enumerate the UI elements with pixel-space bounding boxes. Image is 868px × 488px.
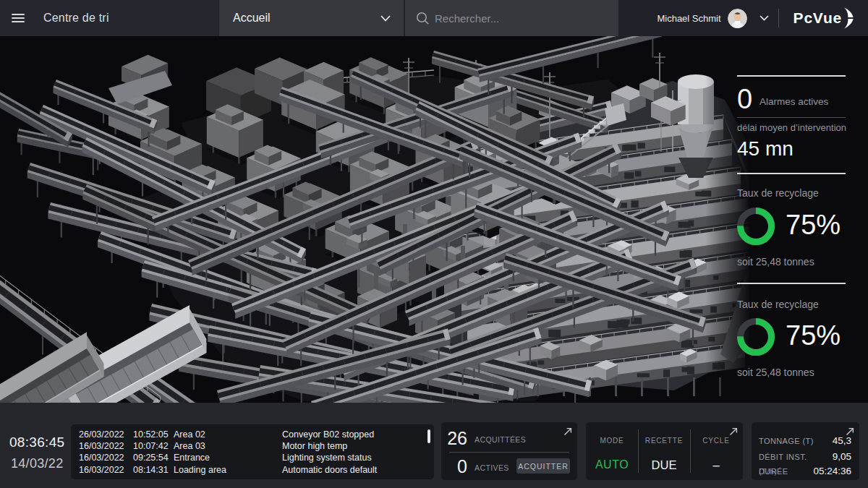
cycle-column: CYCLE –: [690, 422, 742, 480]
menu-icon[interactable]: [12, 14, 25, 22]
nav-dropdown[interactable]: Accueil: [219, 0, 404, 36]
bottombar: 08:36:45 14/03/22 26/03/2022 10:52:05 Ar…: [0, 403, 868, 488]
alarm-row[interactable]: 16/03/2022 08:14:31 Loading area Automat…: [71, 463, 434, 475]
mode-value: AUTO: [586, 458, 638, 471]
nav-selected-label: Accueil: [233, 12, 271, 25]
ack-divider: [449, 452, 569, 453]
pcvue-logo: PcVue: [793, 7, 854, 29]
acquitted-label: ACQUITTÉES: [475, 435, 526, 444]
cycle-value: –: [690, 458, 742, 472]
pcvue-dashboard: Centre de tri Accueil Michael Schmit: [0, 0, 868, 488]
pcvue-logo-mark: [843, 7, 854, 29]
recette-value: DUE: [638, 458, 690, 472]
topbar-right: Michael Schmit PcVue: [657, 0, 868, 36]
page-title: Centre de tri: [43, 12, 109, 25]
active-label: ACTIVES: [475, 463, 509, 472]
stat-row-duree: (T/h) DURÉE 05:24:36: [759, 467, 851, 479]
clock-date: 14/03/22: [11, 456, 63, 471]
stat-row-tonnage: TONNAGE (T) 45,3: [759, 437, 851, 448]
topbar-divider: [778, 9, 779, 27]
user-chevron-down-icon[interactable]: [760, 15, 769, 21]
ack-panel: 26 ACQUITTÉES 0 ACTIVES ACQUITTER: [441, 422, 577, 480]
search-icon: [416, 12, 430, 25]
alarm-table: 26/03/2022 10:52:05 Area 02 Conveyor B02…: [71, 428, 434, 475]
alarm-list-panel: 26/03/2022 10:52:05 Area 02 Conveyor B02…: [71, 424, 434, 479]
production-stats-panel: TONNAGE (T) 45,3 DÉBIT INST. 9,05 (T/h) …: [752, 422, 859, 480]
acquitted-count: 26: [441, 428, 467, 449]
clock-time: 08:36:45: [9, 435, 64, 450]
topbar: Centre de tri Accueil Michael Schmit: [0, 0, 868, 36]
mode-column: MODE AUTO: [586, 422, 638, 480]
alarm-row[interactable]: 16/03/2022 09:25:54 Entrance Lighting sy…: [71, 451, 434, 463]
expand-icon[interactable]: [563, 427, 572, 436]
stat-row-debit: DÉBIT INST. 9,05: [759, 453, 851, 464]
plant-3d-model: [0, 36, 868, 403]
user-avatar[interactable]: [728, 9, 747, 28]
topbar-left: Centre de tri: [0, 0, 218, 36]
mode-panel: MODE AUTO RECETTE DUE CYCLE –: [586, 422, 743, 480]
alarm-list-scrollbar[interactable]: [427, 429, 430, 443]
recette-column: RECETTE DUE: [638, 422, 690, 480]
search-bar: [405, 0, 618, 36]
alarm-row[interactable]: 16/03/2022 10:07:42 Area 03 Motor high t…: [71, 440, 434, 451]
active-count: 0: [441, 456, 467, 477]
chevron-down-icon: [380, 15, 391, 22]
plant-3d-view[interactable]: [0, 36, 868, 403]
user-name: Michael Schmit: [657, 13, 720, 24]
pcvue-logo-text: PcVue: [793, 9, 842, 27]
search-input[interactable]: [435, 12, 604, 25]
acknowledge-button[interactable]: ACQUITTER: [516, 458, 570, 474]
alarm-row[interactable]: 26/03/2022 10:52:05 Area 02 Conveyor B02…: [71, 428, 434, 440]
